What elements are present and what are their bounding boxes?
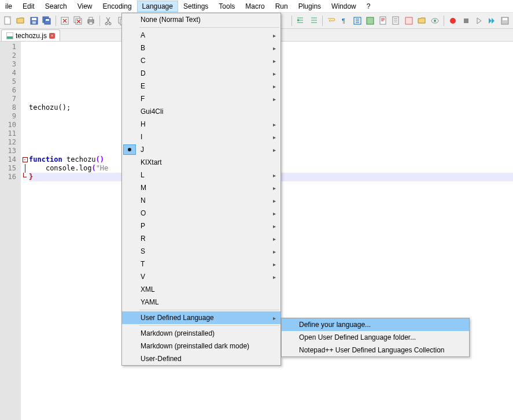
lang-j[interactable]: J▸ <box>122 143 281 156</box>
new-file-icon[interactable] <box>2 14 14 27</box>
js-file-icon <box>6 32 13 39</box>
submenu-arrow-icon: ▸ <box>273 248 276 255</box>
all-chars-icon[interactable]: ¶ <box>339 14 350 27</box>
play-macro-icon[interactable] <box>473 14 485 27</box>
lang-b[interactable]: B▸ <box>122 42 281 54</box>
lang-user-defined[interactable]: User-Defined <box>122 352 281 365</box>
submenu-arrow-icon: ▸ <box>273 32 276 39</box>
submenu-arrow-icon: ▸ <box>273 274 276 280</box>
line-number: 12 <box>0 138 21 147</box>
lang-s[interactable]: S▸ <box>122 245 281 258</box>
separator <box>99 16 100 26</box>
lang-p[interactable]: P▸ <box>122 220 281 232</box>
record-macro-icon[interactable] <box>447 14 459 27</box>
svg-point-24 <box>434 20 436 22</box>
close-icon[interactable] <box>59 14 71 27</box>
submenu-arrow-icon: ▸ <box>273 315 276 321</box>
lang-user-defined-language[interactable]: User Defined Language▸ <box>122 311 281 324</box>
udl-submenu: Define your language... Open User Define… <box>281 318 470 357</box>
svg-rect-22 <box>405 17 412 24</box>
svg-text:¶: ¶ <box>342 17 345 24</box>
lang-kixtart[interactable]: KIXtart <box>122 156 281 169</box>
function-list-icon[interactable] <box>403 14 415 27</box>
close-all-icon[interactable] <box>72 14 84 27</box>
lang-xml[interactable]: XML <box>122 283 281 296</box>
doc-map-icon[interactable] <box>378 14 389 27</box>
lang-t[interactable]: T▸ <box>122 258 281 270</box>
menu-language[interactable]: Language <box>137 1 178 12</box>
cut-icon[interactable] <box>103 14 115 27</box>
save-all-icon[interactable] <box>41 14 53 27</box>
lang-a[interactable]: A▸ <box>122 29 281 42</box>
lang-l[interactable]: L▸ <box>122 169 281 181</box>
line-number: 7 <box>0 95 21 103</box>
menubar: ile Edit Search View Encoding Language S… <box>0 0 513 13</box>
print-icon[interactable] <box>85 14 97 27</box>
wordwrap-icon[interactable] <box>326 14 337 27</box>
line-number-gutter: 1 2 3 4 5 6 7 8 9 10 11 12 13 14 15 16 <box>0 42 21 420</box>
lang-i[interactable]: I▸ <box>122 131 281 143</box>
separator <box>56 16 56 26</box>
menu-settings[interactable]: Settings <box>178 1 213 12</box>
submenu-arrow-icon: ▸ <box>273 121 276 128</box>
lang-c[interactable]: C▸ <box>122 54 281 67</box>
svg-rect-30 <box>7 36 13 39</box>
lang-gui4cli[interactable]: Gui4Cli <box>122 105 281 118</box>
submenu-arrow-icon: ▸ <box>273 198 276 204</box>
define-your-language[interactable]: Define your language... <box>282 318 469 331</box>
play-multi-icon[interactable] <box>486 14 497 27</box>
menu-edit[interactable]: Edit <box>17 1 40 12</box>
lang-none[interactable]: None (Normal Text) <box>122 13 281 26</box>
lang-yaml[interactable]: YAML <box>122 296 281 309</box>
line-number: 10 <box>0 121 21 129</box>
indent-icon[interactable] <box>295 14 307 27</box>
indent-guide-icon[interactable] <box>352 14 363 27</box>
file-tab[interactable]: techozu.js × <box>1 29 60 41</box>
lang-n[interactable]: N▸ <box>122 194 281 207</box>
lang-o[interactable]: O▸ <box>122 207 281 220</box>
folder-workspace-icon[interactable] <box>416 14 428 27</box>
fold-toggle-icon[interactable]: - <box>23 157 28 162</box>
lang-m[interactable]: M▸ <box>122 181 281 194</box>
separator <box>139 310 279 310</box>
lang-markdown[interactable]: Markdown (preinstalled) <box>122 327 281 340</box>
open-file-icon[interactable] <box>15 14 27 27</box>
udl-dialog-icon[interactable] <box>364 14 376 27</box>
submenu-arrow-icon: ▸ <box>273 45 276 51</box>
menu-file[interactable]: ile <box>0 1 17 12</box>
outdent-icon[interactable] <box>308 14 319 27</box>
lang-h[interactable]: H▸ <box>122 118 281 131</box>
separator <box>291 16 292 26</box>
tab-close-icon[interactable]: × <box>49 33 55 39</box>
stop-macro-icon[interactable] <box>460 14 472 27</box>
save-icon[interactable] <box>28 14 40 27</box>
submenu-arrow-icon: ▸ <box>273 96 276 102</box>
save-macro-icon[interactable] <box>499 14 510 27</box>
menu-help[interactable]: ? <box>361 1 376 12</box>
submenu-arrow-icon: ▸ <box>273 185 276 191</box>
menu-encoding[interactable]: Encoding <box>98 1 137 12</box>
menu-macro[interactable]: Macro <box>240 1 270 12</box>
separator <box>444 16 444 26</box>
separator <box>322 16 323 26</box>
lang-d[interactable]: D▸ <box>122 67 281 80</box>
menu-tools[interactable]: Tools <box>213 1 240 12</box>
doc-list-icon[interactable] <box>390 14 402 27</box>
lang-markdown-dark[interactable]: Markdown (preinstalled dark mode) <box>122 340 281 352</box>
fold-margin: - <box>21 42 29 420</box>
lang-r[interactable]: R▸ <box>122 232 281 245</box>
line-number: 5 <box>0 77 21 86</box>
menu-search[interactable]: Search <box>40 1 72 12</box>
udl-collection[interactable]: Notepad++ User Defined Languages Collect… <box>282 344 469 356</box>
menu-plugins[interactable]: Plugins <box>293 1 326 12</box>
menu-view[interactable]: View <box>72 1 98 12</box>
lang-v[interactable]: V▸ <box>122 270 281 283</box>
fold-line <box>25 164 25 173</box>
lang-e[interactable]: E▸ <box>122 80 281 92</box>
open-udl-folder[interactable]: Open User Defined Language folder... <box>282 331 469 344</box>
lang-f[interactable]: F▸ <box>122 92 281 105</box>
menu-window[interactable]: Window <box>326 1 361 12</box>
menu-run[interactable]: Run <box>270 1 293 12</box>
monitoring-icon[interactable] <box>429 14 441 27</box>
svg-point-25 <box>450 18 456 24</box>
